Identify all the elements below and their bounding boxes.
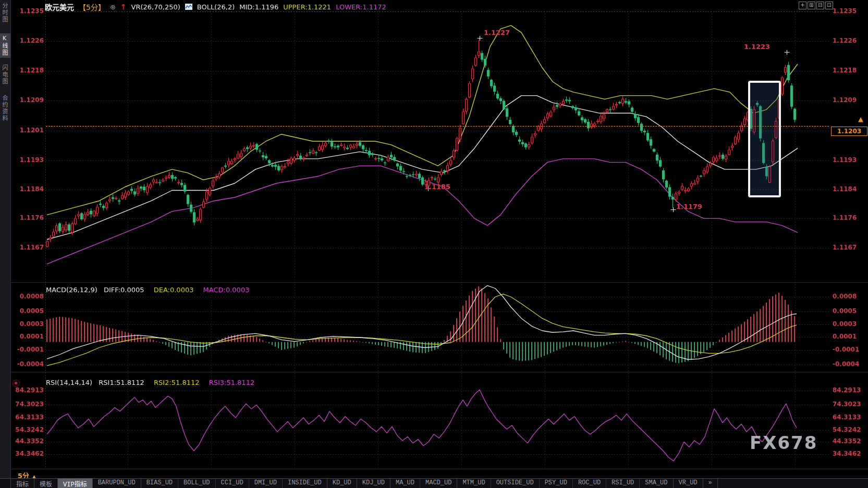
macd-axis-label: 0.0005 — [10, 307, 44, 315]
price-axis-label: 1.1218 — [10, 67, 44, 74]
price-up-arrow-icon: ▲ — [858, 115, 863, 123]
rsi-axis-label: 74.3023 — [10, 401, 44, 408]
pane-divider — [10, 282, 868, 283]
rsi-title[interactable]: RSI(14,14,14) — [46, 379, 92, 386]
rsi2-value: RSI2:51.8112 — [154, 379, 200, 386]
crosshair-icon[interactable]: + — [799, 2, 806, 9]
price-axis-label: 1.1209 — [833, 96, 866, 104]
macd-axis-label: 0.0001 — [10, 333, 44, 340]
macd-axis-label: 0.0003 — [833, 320, 866, 328]
rsi-axis-label: 54.3242 — [10, 426, 44, 433]
price-axis-label: 1.1235 — [10, 7, 44, 15]
window-tools: + ⊞ ⊟ ⊡ — [799, 2, 833, 9]
sidebar-item-lightning[interactable]: 闪电图 — [0, 65, 10, 85]
rsi-axis-label: 44.3352 — [10, 437, 44, 445]
pane-layout-icon-3[interactable]: ⊡ — [825, 2, 833, 9]
rsi-axis-label: 44.3352 — [833, 437, 866, 445]
macd-axis-label: -0.0004 — [10, 360, 44, 368]
annotation-low: 1.1185 — [424, 183, 450, 191]
macd-header: MACD(26,12,9) DIFF:0.0005 DEA:0.0003 MAC… — [46, 286, 249, 294]
tab-psy-ud[interactable]: PSY_UD — [540, 479, 573, 488]
price-axis-label: 1.1184 — [10, 185, 44, 193]
tab-kdj-ud[interactable]: KDJ_UD — [357, 479, 390, 488]
rsi-dot-icon[interactable] — [13, 380, 20, 387]
tab-dmi-ud[interactable]: DMI_UD — [249, 479, 283, 488]
annotation-low: 1.1179 — [676, 203, 702, 210]
price-axis-label: 1.1176 — [10, 214, 44, 221]
boll-upper-value: UPPER:1.1221 — [283, 3, 331, 11]
tab-vip-indicator[interactable]: VIP指标 — [58, 479, 93, 488]
macd-axis-label: -0.0001 — [833, 346, 866, 353]
left-sidebar: 分时图 K线图 闪电图 合约资料 — [0, 0, 11, 488]
macd-axis-label: 0.0003 — [10, 320, 44, 328]
rsi-axis-label: 84.2913 — [10, 386, 44, 394]
macd-axis-label: 0.0008 — [10, 293, 44, 300]
tab-vr-ud[interactable]: VR_UD — [674, 479, 703, 488]
period-label[interactable]: 【5分】 — [79, 2, 105, 12]
sidebar-item-contract-info[interactable]: 合约资料 — [0, 95, 10, 122]
tab-barupdn-ud[interactable]: BARUPDN_UD — [93, 479, 141, 488]
tab-roc-ud[interactable]: ROC_UD — [573, 479, 606, 488]
trading-app: { "header": { "symbol": "欧元美元", "period"… — [0, 0, 868, 488]
rsi-axis-label: 84.2913 — [833, 386, 866, 394]
indicator-toolbar: 指标 模板 VIP指标 BARUPDN_UD BIAS_UD BOLL_UD C… — [0, 478, 868, 488]
boll-label[interactable]: BOLL(26,2) — [197, 3, 235, 11]
price-axis-label: 1.1201 — [10, 127, 44, 134]
up-arrow-icon: ↑ — [120, 3, 127, 11]
fx678-watermark: FX678 — [750, 432, 817, 453]
macd-axis-label: 0.0001 — [833, 333, 866, 340]
tab-mtm-ud[interactable]: MTM_UD — [457, 479, 491, 488]
macd-axis-label: -0.0001 — [10, 346, 44, 353]
tab-cci-ud[interactable]: CCI_UD — [216, 479, 249, 488]
price-axis-label: 1.1176 — [833, 214, 866, 221]
price-axis-label: 1.1226 — [10, 37, 44, 44]
boll-mid-value: MID:1.1196 — [239, 3, 278, 11]
tab-more[interactable]: » — [703, 479, 718, 488]
tab-indicator[interactable]: 指标 — [10, 479, 34, 488]
macd-title[interactable]: MACD(26,12,9) — [46, 286, 97, 294]
current-price-tag: 1.1203 — [831, 127, 867, 136]
boll-indicator-icon[interactable] — [185, 4, 192, 10]
rsi-header: RSI(14,14,14) RSI1:51.8112 RSI2:51.8112 … — [46, 379, 254, 386]
rsi-axis-label: 34.3462 — [833, 450, 866, 457]
rsi3-value: RSI3:51.8112 — [209, 379, 255, 386]
tab-template[interactable]: 模板 — [34, 479, 58, 488]
tab-macd-ud[interactable]: MACD_UD — [420, 479, 457, 488]
pane-layout-icon-1[interactable]: ⊞ — [808, 2, 815, 9]
sidebar-item-kline[interactable]: K线图 — [0, 33, 10, 58]
tab-boll-ud[interactable]: BOLL_UD — [178, 479, 215, 488]
macd-diff-value: DIFF:0.0005 — [104, 286, 144, 294]
tab-bias-ud[interactable]: BIAS_UD — [141, 479, 178, 488]
pane-divider — [10, 469, 868, 469]
rsi-axis-label: 54.3242 — [833, 426, 866, 433]
macd-axis-label: 0.0008 — [833, 293, 866, 300]
vr-indicator-label[interactable]: VR(26,70,250) — [131, 3, 180, 11]
zoom-plus-icon[interactable]: ⊕ — [110, 3, 116, 11]
price-axis-label: 1.1184 — [833, 185, 866, 193]
tab-outside-ud[interactable]: OUTSIDE_UD — [491, 479, 540, 488]
price-axis-label: 1.1167 — [833, 244, 866, 251]
sidebar-item-timeshare[interactable]: 分时图 — [0, 3, 10, 23]
tab-kd-ud[interactable]: KD_UD — [327, 479, 357, 488]
highlight-box — [748, 81, 781, 197]
current-price-line — [46, 126, 829, 127]
price-axis-label: 1.1226 — [833, 37, 866, 44]
boll-lower-value: LOWER:1.1172 — [336, 3, 386, 11]
macd-macd-value: MACD:0.0003 — [203, 286, 250, 294]
symbol-title: 欧元美元 — [45, 2, 74, 12]
tab-sma-ud[interactable]: SMA_UD — [640, 479, 673, 488]
price-axis-label: 1.1193 — [833, 156, 866, 164]
chart-canvas[interactable] — [0, 0, 868, 488]
macd-dea-value: DEA:0.0003 — [154, 286, 194, 294]
rsi-axis-label: 74.3023 — [833, 401, 866, 408]
tab-ma-ud[interactable]: MA_UD — [390, 479, 420, 488]
annotation-high: 1.1227 — [484, 29, 510, 36]
tab-inside-ud[interactable]: INSIDE_UD — [283, 479, 327, 488]
tab-rsi-ud[interactable]: RSI_UD — [606, 479, 640, 488]
price-axis-label: 1.1167 — [10, 244, 44, 251]
macd-axis-label: 0.0005 — [833, 307, 866, 315]
macd-axis-label: -0.0004 — [833, 360, 866, 368]
annotation-high: 1.1223 — [744, 43, 770, 51]
pane-layout-icon-2[interactable]: ⊟ — [816, 2, 824, 9]
chart-header: 欧元美元 【5分】 ⊕ ↑ VR(26,70,250) BOLL(26,2) M… — [45, 2, 386, 12]
